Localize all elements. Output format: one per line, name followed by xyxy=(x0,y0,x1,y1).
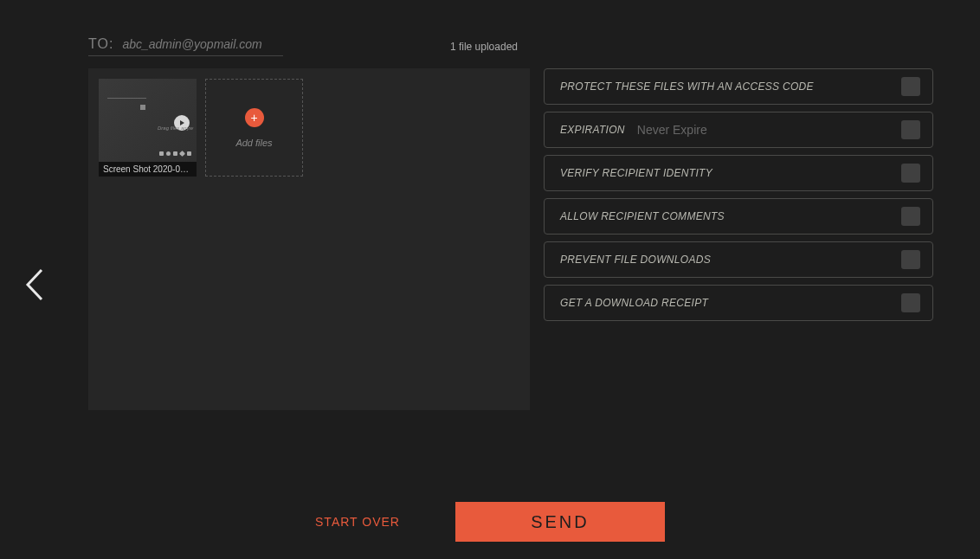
option-expiration: EXPIRATION Never Expire xyxy=(544,112,933,148)
file-panel: Drag files anyw Screen Shot 2020-02… + A… xyxy=(88,68,530,410)
toggle-verify-recipient[interactable] xyxy=(901,164,920,183)
to-email-input[interactable] xyxy=(122,37,278,51)
option-protect-access-code: PROTECT THESE FILES WITH AN ACCESS CODE xyxy=(544,68,933,105)
options-panel: PROTECT THESE FILES WITH AN ACCESS CODE … xyxy=(544,68,933,410)
chevron-left-icon xyxy=(24,268,43,301)
main-area: Drag files anyw Screen Shot 2020-02… + A… xyxy=(88,68,980,410)
thumbnail-filename: Screen Shot 2020-02… xyxy=(99,162,197,177)
option-download-receipt: GET A DOWNLOAD RECEIPT xyxy=(544,285,933,321)
upload-count: 1 file uploaded xyxy=(450,41,518,53)
option-verify-recipient: VERIFY RECIPIENT IDENTITY xyxy=(544,155,933,191)
add-files-label: Add files xyxy=(235,138,272,148)
plus-icon: + xyxy=(245,108,264,127)
expiration-value: Never Expire xyxy=(637,123,707,137)
toggle-access-code[interactable] xyxy=(901,77,920,96)
footer: START OVER SEND xyxy=(0,502,980,542)
option-label: VERIFY RECIPIENT IDENTITY xyxy=(560,167,712,179)
option-label: PREVENT FILE DOWNLOADS xyxy=(560,254,711,266)
add-files-button[interactable]: + Add files xyxy=(205,79,303,177)
back-arrow[interactable] xyxy=(24,268,43,305)
toggle-allow-comments[interactable] xyxy=(901,207,920,226)
send-button[interactable]: SEND xyxy=(455,502,665,542)
toggle-expiration[interactable] xyxy=(901,120,920,139)
header-row: TO: 1 file uploaded xyxy=(88,0,518,56)
option-label: GET A DOWNLOAD RECEIPT xyxy=(560,297,708,309)
toggle-download-receipt[interactable] xyxy=(901,293,920,312)
recipient-field[interactable]: TO: xyxy=(88,36,283,56)
option-label: PROTECT THESE FILES WITH AN ACCESS CODE xyxy=(560,80,814,93)
to-label: TO: xyxy=(88,36,113,52)
start-over-button[interactable]: START OVER xyxy=(315,515,400,529)
toggle-prevent-downloads[interactable] xyxy=(901,250,920,269)
option-allow-comments: ALLOW RECIPIENT COMMENTS xyxy=(544,198,933,235)
option-label: EXPIRATION xyxy=(560,124,625,136)
file-thumbnail[interactable]: Drag files anyw Screen Shot 2020-02… xyxy=(99,79,197,177)
option-label: ALLOW RECIPIENT COMMENTS xyxy=(560,210,725,222)
option-prevent-downloads: PREVENT FILE DOWNLOADS xyxy=(544,241,933,278)
thumb-drag-text: Drag files anyw xyxy=(158,125,193,131)
thumb-icon-row xyxy=(159,151,191,156)
